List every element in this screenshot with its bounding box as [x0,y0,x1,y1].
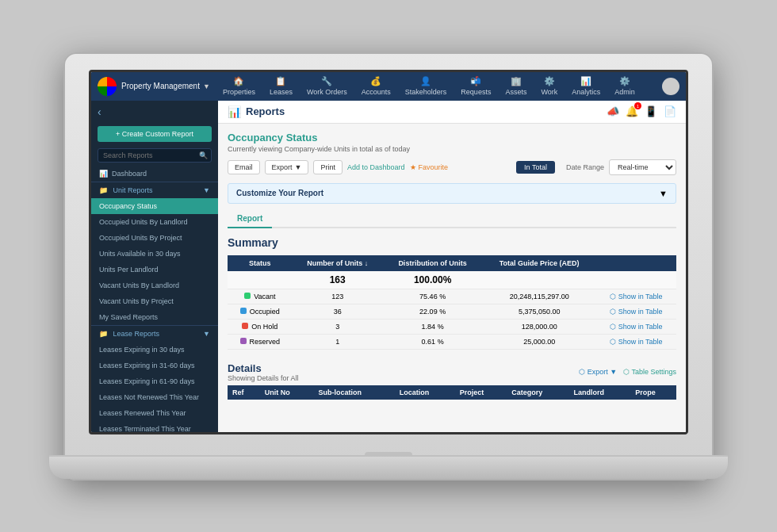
user-avatar[interactable] [662,78,679,95]
sidebar-item-units-landlord[interactable]: Units Per Landlord [91,262,218,277]
details-table: Ref Unit No Sub-location Location Projec… [228,385,676,400]
report-title: Occupancy Status [228,132,676,144]
create-custom-report-button[interactable]: + Create Custom Report [98,126,212,142]
occupied-show-link[interactable]: ⬡ Show in Table [610,308,662,316]
sidebar-item-lease-terminated[interactable]: Leases Terminated This Year [91,421,218,432]
sidebar-item-occupied-by-landlord[interactable]: Occupied Units By Landlord [91,214,218,230]
nav-item-requests[interactable]: 📬 Requests [454,73,497,99]
panel-title-area: 📊 Reports [228,105,285,118]
total-action [596,271,676,289]
sidebar-item-lease-31-60[interactable]: Leases Expiring in 31-60 days [91,358,218,373]
reserved-color-dot [240,338,247,344]
lease-not-renewed-label: Leases Not Renewed This Year [99,393,199,401]
available-30-label: Units Available in 30 days [99,250,180,258]
on-hold-price: 128,000.00 [483,319,596,334]
notification-bell-icon[interactable]: 🔔 1 [626,105,638,117]
table-row-occupied: Occupied 36 22.09 % 5,375,050.00 ⬡ Show … [228,304,676,319]
dashboard-label: Dashboard [112,170,147,178]
sidebar-item-lease-30[interactable]: Leases Expiring in 30 days [91,342,218,358]
date-range-select[interactable]: Real-time [609,159,676,175]
lease-31-60-label: Leases Expiring in 31-60 days [99,362,195,369]
export-label: Export [272,163,293,171]
unit-reports-section[interactable]: 📁 Unit Reports ▼ [91,182,218,198]
sidebar-item-lease-renewed[interactable]: Leases Renewed This Year [91,405,218,421]
nav-item-workorders[interactable]: 🔧 Work Orders [300,73,354,99]
sidebar-item-dashboard[interactable]: 📊 Dashboard [91,166,218,182]
dashboard-icon: 📊 [99,170,108,178]
details-col-prope: Prope [630,385,676,400]
tab-report[interactable]: Report [228,210,272,228]
sidebar-item-unit-saved[interactable]: My Saved Reports [91,309,218,325]
app-title[interactable]: Property Management [121,82,200,90]
unit-reports-label: Unit Reports [113,186,153,194]
nav-item-properties[interactable]: 🏠 Properties [216,73,262,99]
details-header-left: Details Showing Details for All [228,362,299,382]
report-subtitle: Currently viewing Company-wide Units in … [228,145,676,153]
table-row-on-hold: On Hold 3 1.84 % 128,000.00 ⬡ Show in Ta… [228,319,676,334]
vacant-price: 20,248,115,297.00 [483,289,596,304]
panel-header-actions: 📣 🔔 1 📱 📄 [607,105,676,117]
table-settings-button[interactable]: ⬡ Table Settings [623,368,676,376]
email-button[interactable]: Email [228,160,260,174]
mobile-icon[interactable]: 📱 [645,105,657,117]
favourite-button[interactable]: ★ Favourite [410,163,449,171]
vacant-status: Vacant [228,289,293,304]
on-hold-status: On Hold [228,319,293,334]
reserved-show-link[interactable]: ⬡ Show in Table [610,338,662,346]
nav-item-accounts[interactable]: 💰 Accounts [355,73,397,99]
nav-item-leases[interactable]: 📋 Leases [263,73,299,99]
occupied-status: Occupied [228,304,293,319]
details-col-location: Location [395,385,455,400]
col-price: Total Guide Price (AED) [483,255,596,271]
leases-icon: 📋 [275,76,286,86]
sidebar-item-available-30[interactable]: Units Available in 30 days [91,246,218,262]
reserved-units: 1 [293,334,383,349]
sidebar-back-button[interactable]: ‹ [91,101,218,123]
export-button[interactable]: Export ▼ [265,160,309,174]
sidebar-item-lease-not-renewed[interactable]: Leases Not Renewed This Year [91,389,218,405]
vacant-landlord-label: Vacant Units By Landlord [99,281,179,289]
sidebar-item-occupancy-status[interactable]: Occupancy Status [91,198,218,214]
nav-item-admin[interactable]: ⚙️ Admin [608,73,641,99]
nav-item-assets[interactable]: 🏢 Assets [499,73,533,99]
sidebar-item-lease-61-90[interactable]: Leases Expiring in 61-90 days [91,373,218,389]
megaphone-icon[interactable]: 📣 [607,105,619,117]
search-icon: 🔍 [199,151,208,159]
details-col-project: Project [455,385,507,400]
customize-report-bar[interactable]: Customize Your Report ▼ [228,183,676,204]
unit-reports-chevron: ▼ [203,186,210,194]
add-to-dashboard-button[interactable]: Add to Dashboard [347,163,405,171]
details-export-button[interactable]: ⬡ Export ▼ [579,368,617,376]
date-range-label: Date Range [566,163,604,171]
nav-item-analytics[interactable]: 📊 Analytics [565,73,607,99]
lease-reports-label: Lease Reports [113,330,160,338]
on-hold-show-link[interactable]: ⬡ Show in Table [610,323,662,331]
nav-item-stakeholders[interactable]: 👤 Stakeholders [399,73,454,99]
star-icon: ★ [410,163,416,171]
sidebar-item-vacant-landlord[interactable]: Vacant Units By Landlord [91,277,218,293]
lease-renewed-label: Leases Renewed This Year [99,409,186,417]
unit-saved-label: My Saved Reports [99,313,158,321]
vacant-show-link[interactable]: ⬡ Show in Table [610,293,662,300]
nav-items-container: 🏠 Properties 📋 Leases 🔧 Work Orders 💰 Ac… [216,73,662,99]
occupied-color-dot [240,308,247,314]
sidebar-item-vacant-project[interactable]: Vacant Units By Project [91,293,218,309]
col-units: Number of Units ↓ [293,255,383,271]
on-hold-units: 3 [293,319,383,334]
app-logo [98,77,117,96]
lease-reports-section[interactable]: 📁 Lease Reports ▼ [91,325,218,342]
print-button[interactable]: Print [313,160,343,174]
details-col-landlord: Landlord [569,385,631,400]
panel-title: Reports [246,105,285,117]
table-row-total: 163 100.00% [228,271,676,289]
right-panel: 📊 Reports 📣 🔔 1 📱 📄 O [218,101,686,432]
nav-item-work[interactable]: ⚙️ Work [534,73,564,99]
on-hold-color-dot [242,323,248,329]
sidebar-item-occupied-by-project[interactable]: Occupied Units By Project [91,230,218,246]
in-total-button[interactable]: In Total [516,161,555,174]
stakeholders-icon: 👤 [420,76,431,86]
notification-badge: 1 [634,102,641,109]
search-input[interactable] [98,148,212,163]
assets-icon: 🏢 [511,76,522,86]
document-icon[interactable]: 📄 [664,105,676,117]
